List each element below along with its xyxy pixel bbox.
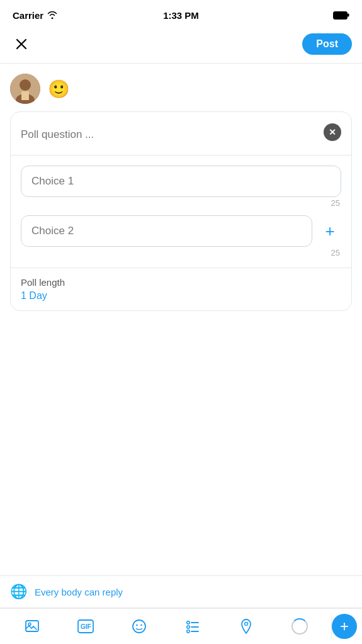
toolbar-items: GIF	[0, 614, 331, 639]
svg-rect-1	[348, 13, 349, 16]
avatar	[10, 74, 40, 104]
add-icon: +	[325, 223, 334, 239]
toolbar-row: GIF	[0, 608, 362, 644]
location-toolbar-item[interactable]	[234, 614, 259, 639]
svg-point-11	[136, 624, 138, 626]
emoji-toolbar-item[interactable]	[127, 614, 152, 639]
bottom-area: 🌐 Every body can reply GIF	[0, 575, 362, 644]
choice-1-input[interactable]	[31, 175, 331, 188]
poll-card: ✕ 25 +	[10, 111, 352, 311]
choice-2-row: +	[21, 215, 341, 247]
gif-toolbar-item[interactable]: GIF	[73, 614, 98, 639]
choice-2-wrap	[21, 215, 312, 247]
location-icon	[239, 619, 253, 634]
poll-question-area: ✕	[11, 112, 351, 155]
top-nav: Post	[0, 28, 362, 64]
svg-point-19	[244, 623, 247, 626]
reply-row: 🌐 Every body can reply	[0, 575, 362, 608]
svg-point-3	[20, 79, 31, 91]
clear-question-button[interactable]: ✕	[324, 123, 341, 141]
carrier-wifi: Carrier	[13, 10, 57, 21]
avatar-row: 🙂	[10, 74, 352, 104]
choice-1-group: 25	[21, 166, 341, 208]
svg-point-17	[186, 630, 189, 633]
choice-2-input[interactable]	[31, 225, 302, 237]
add-content-icon: +	[340, 619, 349, 634]
add-content-button[interactable]: +	[332, 614, 357, 639]
add-choice-button[interactable]: +	[319, 220, 341, 242]
avatar-image	[10, 74, 40, 104]
post-button[interactable]: Post	[302, 33, 352, 55]
battery-icon	[333, 11, 349, 20]
reply-text[interactable]: Every body can reply	[35, 587, 123, 597]
spinner-toolbar-item	[287, 614, 312, 639]
svg-rect-5	[21, 91, 29, 100]
content-area: 🙂 ✕ 25	[0, 64, 362, 321]
time-display: 1:33 PM	[163, 10, 199, 21]
image-icon	[25, 619, 40, 634]
choice-1-row	[21, 166, 341, 197]
choice-1-wrap	[21, 166, 341, 197]
svg-point-12	[140, 624, 142, 626]
choice-2-count: 25	[21, 248, 341, 257]
svg-rect-0	[334, 11, 348, 19]
svg-point-15	[186, 626, 189, 628]
globe-icon: 🌐	[10, 584, 27, 600]
close-button[interactable]	[10, 33, 33, 55]
mood-emoji: 🙂	[48, 79, 70, 99]
image-toolbar-item[interactable]	[20, 614, 45, 639]
spinner-icon	[291, 618, 308, 635]
svg-point-13	[186, 621, 189, 624]
clear-x-icon: ✕	[329, 128, 336, 137]
poll-length-label: Poll length	[21, 277, 341, 288]
emoji-icon	[132, 619, 147, 634]
poll-length-value[interactable]: 1 Day	[21, 290, 341, 302]
svg-text:GIF: GIF	[81, 623, 91, 630]
wifi-icon	[47, 11, 57, 19]
choice-2-group: + 25	[21, 215, 341, 257]
carrier-text: Carrier	[13, 10, 43, 21]
choice-1-count: 25	[21, 198, 341, 208]
gif-icon: GIF	[77, 619, 94, 633]
svg-point-7	[28, 623, 31, 626]
poll-icon	[185, 619, 200, 634]
status-bar: Carrier 1:33 PM	[0, 0, 362, 28]
choices-section: 25 + 25	[11, 155, 351, 268]
poll-toolbar-item[interactable]	[180, 614, 205, 639]
battery-area	[333, 11, 349, 20]
poll-length-section: Poll length 1 Day	[11, 268, 351, 310]
svg-point-10	[133, 620, 145, 633]
poll-question-input[interactable]	[21, 122, 319, 147]
